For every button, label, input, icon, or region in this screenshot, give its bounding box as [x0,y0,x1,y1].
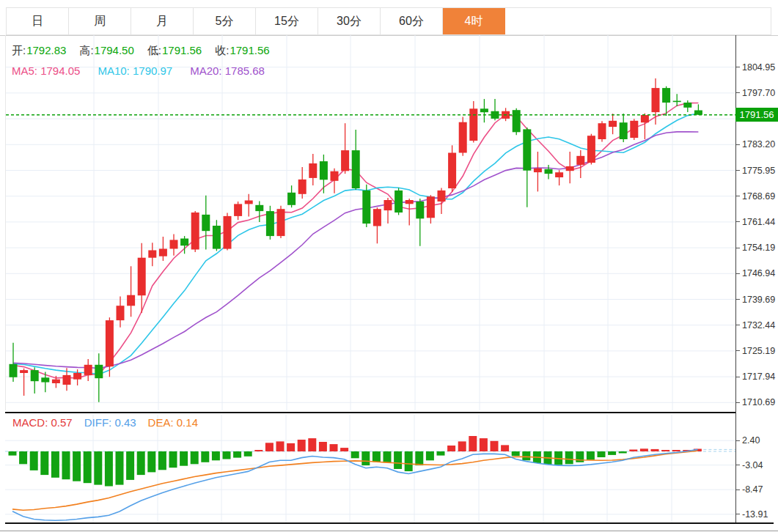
macd-header: MACD: 0.57 DIFF: 0.43 DEA: 0.14 [12,416,198,429]
macd-axis-label: -8.47 [736,484,763,495]
macd-bar [405,451,413,471]
macd-bar [512,451,520,456]
candle-body [52,380,60,383]
open-label: 开: [12,44,26,56]
candle-body [148,251,156,258]
candle-body [480,108,488,112]
tab-60min[interactable]: 60分 [381,8,443,34]
ma-row: MA5: 1794.05 MA10: 1790.97 MA20: 1785.68 [12,64,265,77]
candle-body [545,169,553,174]
candle-body [309,163,317,178]
candle-body [652,88,660,112]
ohlc-open: 开:1792.83 [12,44,66,58]
macd-bar [223,451,231,459]
ma20-value: MA20: 1785.68 [190,64,265,77]
tab-5min[interactable]: 5分 [194,8,256,34]
tab-30min[interactable]: 30分 [318,8,381,34]
ohlc-close: 收:1791.56 [215,44,269,58]
open-value: 1792.83 [26,44,66,56]
macd-value: MACD: 0.57 [12,416,73,429]
macd-bar [362,451,370,465]
main-chart-panel: 开:1792.83 高:1794.50 低:1791.56 收:1791.56 … [5,35,736,410]
macd-bar [640,448,648,451]
macd-bar [233,451,241,458]
candle-body [277,209,285,236]
diff-value: DIFF: 0.43 [84,416,136,429]
candle-body [159,249,167,256]
candle-body [213,226,221,249]
macd-bar [480,438,488,451]
candle-body [534,169,542,172]
candle-body [41,377,49,382]
macd-bar [661,450,669,451]
candle-body [373,209,381,226]
candlestick-chart[interactable] [6,35,736,410]
panel-separator-line [5,412,735,413]
tab-month[interactable]: 月 [131,8,194,34]
price-axis-label: 1710.69 [736,396,775,408]
tab-15min[interactable]: 15分 [256,8,318,34]
timeframe-tabs: 日 周 月 5分 15分 30分 60分 4时 [6,7,771,35]
price-axis-label: 1717.94 [736,371,775,383]
macd-bar [265,443,274,451]
ohlc-high: 高:1794.50 [79,44,133,58]
candle-body [234,204,242,216]
candle-body [320,161,328,180]
macd-bar [565,451,573,464]
price-axis-label: 1768.69 [736,191,775,202]
macd-bar [137,451,145,475]
current-price-tag: 1791.56 [735,108,778,122]
bottom-border-line [5,522,774,524]
macd-axis-label: -3.04 [736,459,763,471]
candle-body [384,200,392,210]
candle-body [245,201,253,204]
candle-body [255,205,263,211]
price-axis-label: 1732.44 [736,319,775,331]
macd-chart[interactable] [5,414,735,522]
macd-bar [373,451,381,462]
candle-body [609,121,617,127]
ohlc-low: 低:1791.56 [147,44,202,58]
candle-body [224,216,232,249]
candle-body [523,129,531,170]
candle-body [127,295,135,306]
candle-body [513,110,521,132]
price-axis-label: 1725.19 [736,345,775,357]
candle-body [555,172,563,177]
candle-body [84,365,92,375]
candle-body [138,258,146,296]
macd-bar [384,451,392,462]
page-bottom-line [0,531,778,531]
candle-body [202,215,210,231]
tab-day[interactable]: 日 [7,8,69,34]
macd-bar [212,451,220,460]
low-value: 1791.56 [162,44,202,56]
candle-body [95,365,103,378]
candle-body [287,193,296,205]
candle-body [362,191,370,223]
macd-bar [105,451,113,487]
macd-bar [84,451,92,483]
macd-bar [244,451,252,457]
macd-bar [330,444,338,451]
candle-body [662,88,670,103]
tab-week[interactable]: 周 [69,8,131,34]
macd-bar [180,451,188,466]
tab-4hour[interactable]: 4时 [443,8,505,34]
macd-bar [169,451,177,468]
macd-bar [576,451,584,462]
ohlc-row: 开:1792.83 高:1794.50 低:1791.56 收:1791.56 [12,44,270,58]
candle-body [298,180,307,194]
macd-axis-label: 2.40 [736,435,760,446]
macd-bar [629,450,637,452]
macd-panel: MACD: 0.57 DIFF: 0.43 DEA: 0.14 [5,414,735,522]
macd-bar [191,451,199,464]
macd-bar [276,441,285,451]
macd-bar [94,451,102,485]
candle-body [469,108,477,141]
macd-bar [62,451,70,479]
price-axis-label: 1775.95 [736,165,775,177]
macd-bar [51,451,59,478]
macd-bar [351,451,359,458]
macd-bar [308,438,316,451]
